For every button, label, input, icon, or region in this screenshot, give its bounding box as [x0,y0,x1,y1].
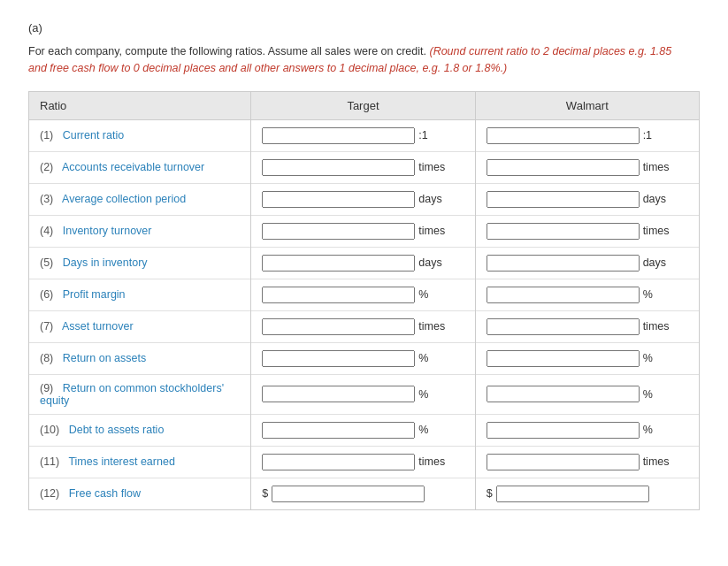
ratio-cell: (7) Asset turnover [29,310,251,342]
ratios-table: Ratio Target Walmart (1) Current ratio:1… [28,91,700,510]
target-input-6[interactable] [262,287,415,303]
header-target: Target [251,91,475,119]
target-unit: times [418,161,445,173]
table-row: (1) Current ratio:1:1 [29,119,700,151]
target-unit: times [418,455,445,468]
walmart-input-2[interactable] [487,159,640,176]
target-input-12[interactable] [272,486,425,502]
target-cell: days [251,183,475,215]
walmart-input-5[interactable] [487,255,640,272]
row-number: (8) [40,352,63,364]
target-unit: % [418,388,428,401]
row-number: (7) [40,320,62,333]
walmart-input-6[interactable] [487,287,640,303]
ratio-cell: (5) Days in inventory [29,247,251,279]
walmart-cell: times [475,310,699,342]
walmart-cell: times [475,151,699,183]
target-unit: times [418,320,445,333]
dollar-sign-walmart: $ [487,487,493,500]
walmart-unit: times [643,455,670,468]
walmart-unit: times [643,320,670,333]
walmart-unit: days [643,193,666,205]
target-cell: % [251,279,475,310]
target-input-5[interactable] [262,255,415,272]
ratio-cell: (8) Return on assets [29,342,251,374]
row-number: (9) [40,382,63,394]
walmart-unit: % [643,388,653,401]
row-number: (6) [40,288,63,301]
target-input-4[interactable] [262,223,415,240]
ratio-cell: (1) Current ratio [29,119,251,151]
walmart-cell: days [475,183,699,215]
instructions-plain: For each company, compute the following … [28,45,429,57]
walmart-input-8[interactable] [487,350,640,367]
target-input-3[interactable] [262,191,415,208]
table-row: (9) Return on common stockholders' equit… [29,374,700,414]
target-input-1[interactable] [262,127,415,144]
target-cell: % [251,374,475,414]
target-input-10[interactable] [262,422,415,439]
walmart-cell: days [475,247,699,279]
target-input-9[interactable] [262,386,415,402]
ratio-cell: (2) Accounts receivable turnover [29,151,251,183]
table-row: (2) Accounts receivable turnovertimestim… [29,151,700,183]
walmart-cell: $ [475,478,699,509]
ratio-cell: (10) Debt to assets ratio [29,414,251,446]
target-cell: days [251,247,475,279]
walmart-cell: % [475,342,699,374]
header-ratio: Ratio [29,91,251,119]
walmart-input-3[interactable] [487,191,640,208]
walmart-unit: days [643,256,666,269]
ratio-label: Free cash flow [69,487,141,500]
walmart-input-1[interactable] [487,127,640,144]
target-unit: % [418,288,428,301]
target-input-2[interactable] [262,159,415,176]
target-unit: :1 [418,129,427,142]
target-unit: days [418,256,441,269]
walmart-cell: % [475,374,699,414]
ratio-cell: (3) Average collection period [29,183,251,215]
target-input-7[interactable] [262,318,415,335]
target-input-8[interactable] [262,350,415,367]
table-row: (5) Days in inventorydaysdays [29,247,700,279]
ratio-cell: (11) Times interest earned [29,446,251,478]
walmart-input-4[interactable] [487,223,640,240]
walmart-input-9[interactable] [487,386,640,402]
target-cell: times [251,310,475,342]
target-input-11[interactable] [262,454,415,470]
row-number: (4) [40,225,63,237]
target-unit: days [418,193,441,205]
walmart-unit: % [643,352,653,364]
ratio-label: Debt to assets ratio [69,424,165,436]
target-cell: times [251,446,475,478]
walmart-cell: times [475,215,699,247]
walmart-input-12[interactable] [496,486,649,502]
row-number: (11) [40,455,68,468]
table-row: (11) Times interest earnedtimestimes [29,446,700,478]
ratio-cell: (9) Return on common stockholders' equit… [29,374,251,414]
walmart-cell: % [475,414,699,446]
table-row: (10) Debt to assets ratio%% [29,414,700,446]
target-unit: % [418,424,428,436]
target-cell: :1 [251,119,475,151]
walmart-unit: times [643,225,670,237]
walmart-input-11[interactable] [487,454,640,470]
walmart-input-10[interactable] [487,422,640,439]
dollar-sign-target: $ [262,487,268,500]
table-row: (3) Average collection perioddaysdays [29,183,700,215]
walmart-input-7[interactable] [487,318,640,335]
header-walmart: Walmart [475,91,699,119]
walmart-cell: % [475,279,699,310]
ratio-label: Days in inventory [63,256,148,269]
ratio-label: Return on common stockholders' equity [40,382,224,407]
table-row: (6) Profit margin%% [29,279,700,310]
walmart-unit: :1 [643,129,652,142]
target-unit: % [418,352,428,364]
row-number: (2) [40,161,62,173]
row-number: (1) [40,129,63,142]
target-cell: $ [251,478,475,509]
walmart-unit: % [643,288,653,301]
walmart-unit: % [643,424,653,436]
table-row: (7) Asset turnovertimestimes [29,310,700,342]
walmart-unit: times [643,161,670,173]
